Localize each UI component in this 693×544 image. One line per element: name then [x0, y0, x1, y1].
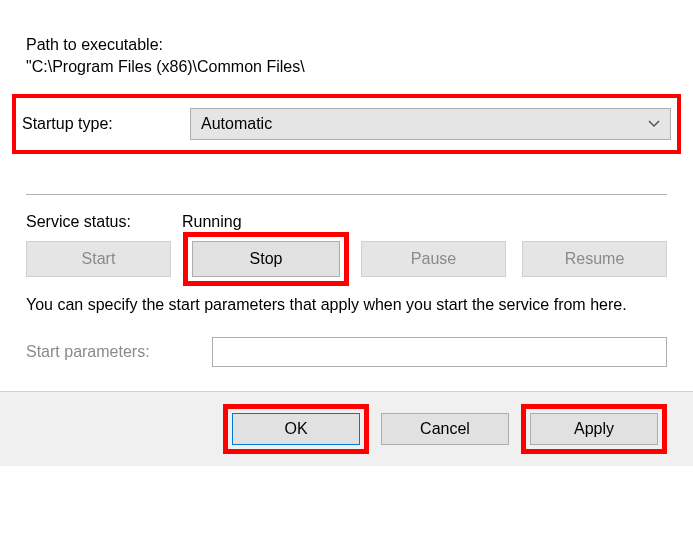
service-status-value: Running — [182, 213, 242, 231]
start-parameters-description: You can specify the start parameters tha… — [26, 293, 667, 317]
cancel-button[interactable]: Cancel — [381, 413, 509, 445]
start-parameters-label: Start parameters: — [26, 343, 212, 361]
path-to-executable-label: Path to executable: — [26, 36, 667, 54]
pause-button: Pause — [361, 241, 506, 277]
ok-button[interactable]: OK — [232, 413, 360, 445]
start-parameters-input — [212, 337, 667, 367]
stop-button[interactable]: Stop — [192, 241, 340, 277]
apply-button-highlight: Apply — [521, 404, 667, 454]
section-divider — [26, 194, 667, 195]
resume-button: Resume — [522, 241, 667, 277]
startup-type-label: Startup type: — [22, 115, 190, 133]
path-to-executable-value: "C:\Program Files (x86)\Common Files\ — [26, 58, 667, 76]
ok-button-highlight: OK — [223, 404, 369, 454]
stop-button-highlight: Stop — [183, 232, 349, 286]
startup-type-row: Startup type: Automatic — [12, 94, 681, 154]
chevron-down-icon — [648, 120, 660, 128]
startup-type-select[interactable]: Automatic — [190, 108, 671, 140]
dialog-button-bar: OK Cancel Apply — [0, 391, 693, 466]
start-button: Start — [26, 241, 171, 277]
service-status-label: Service status: — [26, 213, 182, 231]
apply-button[interactable]: Apply — [530, 413, 658, 445]
startup-type-selected: Automatic — [201, 115, 272, 133]
